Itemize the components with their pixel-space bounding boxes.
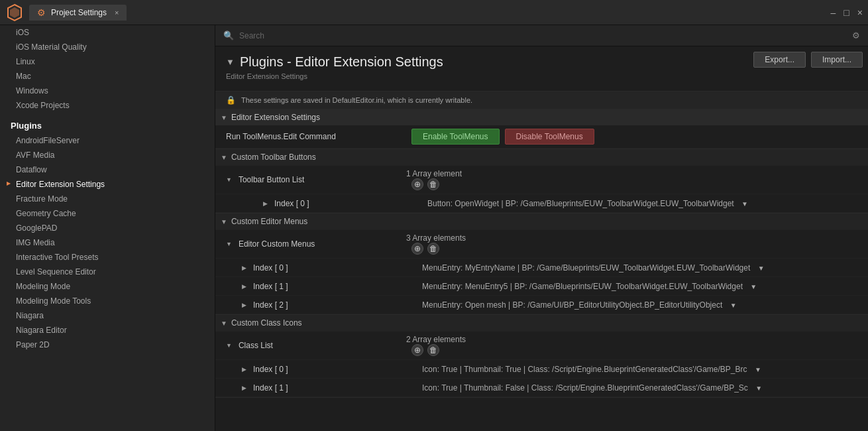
export-button[interactable]: Export... xyxy=(753,52,806,68)
editor-menus-delete-button[interactable]: 🗑 xyxy=(427,243,439,255)
search-icon: 🔍 xyxy=(223,31,234,40)
disable-toolmenus-button[interactable]: Disable ToolMenus xyxy=(505,129,594,145)
sidebar-item-modeling-mode-tools[interactable]: Modeling Mode Tools xyxy=(0,294,215,308)
enable-toolmenus-button[interactable]: Enable ToolMenus xyxy=(411,129,500,145)
class-list-index-0-row: ▶ Index [ 0 ] Icon: True | Thumbnail: Tr… xyxy=(215,360,868,379)
custom-toolbar-label: Custom Toolbar Buttons xyxy=(231,153,316,162)
sidebar-item-mac[interactable]: Mac xyxy=(0,69,215,84)
toolbar-add-button[interactable]: ⊕ xyxy=(411,178,423,190)
sidebar-item-niagara[interactable]: Niagara xyxy=(0,308,215,323)
sidebar-item-geometry-cache[interactable]: Geometry Cache xyxy=(0,206,215,221)
toolbar-index-0-dropdown-arrow[interactable]: ▼ xyxy=(741,200,748,208)
sidebar-item-fracture-mode[interactable]: Fracture Mode xyxy=(0,192,215,206)
sidebar-item-modeling-mode[interactable]: Modeling Mode xyxy=(0,279,215,294)
class-list-index-1-arrow[interactable]: ▶ xyxy=(242,385,246,391)
sidebar-item-level-sequence[interactable]: Level Sequence Editor xyxy=(0,265,215,279)
tab-close-button[interactable]: × xyxy=(115,9,119,17)
class-list-index-0-arrow[interactable]: ▶ xyxy=(242,366,246,373)
maximize-button[interactable]: □ xyxy=(843,7,849,18)
toolbar-list-expand-arrow[interactable]: ▼ xyxy=(226,176,232,183)
custom-toolbar-arrow: ▼ xyxy=(221,154,227,161)
class-list-row: ▼ Class List 2 Array elements ⊕ 🗑 xyxy=(215,332,868,360)
info-bar: 🔒 These settings are saved in DefaultEdi… xyxy=(215,92,868,109)
editor-menus-add-button[interactable]: ⊕ xyxy=(411,243,423,255)
editor-custom-menus-expand-arrow[interactable]: ▼ xyxy=(226,241,232,247)
lock-icon: 🔒 xyxy=(226,95,236,105)
class-list-label: ▼ Class List xyxy=(221,341,406,350)
sidebar-item-niagara-editor[interactable]: Niagara Editor xyxy=(0,323,215,338)
sidebar-item-img-media[interactable]: IMG Media xyxy=(0,235,215,250)
editor-menu-index-0-arrow[interactable]: ▶ xyxy=(242,265,246,271)
page-title-collapse-arrow[interactable]: ▼ xyxy=(226,57,235,67)
class-list-array-controls: ⊕ 🗑 xyxy=(411,344,863,356)
editor-menu-index-0-value: MenuEntry: MyEntryName | BP: /Game/Bluep… xyxy=(422,263,863,273)
sidebar-item-interactive-tool[interactable]: Interactive Tool Presets xyxy=(0,250,215,265)
main-layout: iOS iOS Material Quality Linux Mac Windo… xyxy=(0,25,868,431)
custom-editor-menus-header[interactable]: ▼ Custom Editor Menus xyxy=(215,214,868,230)
sidebar-item-windows[interactable]: Windows xyxy=(0,84,215,98)
editor-custom-menus-count: 3 Array elements ⊕ 🗑 xyxy=(406,233,863,255)
run-toolmenus-row: Run ToolMenus.Edit Command Enable ToolMe… xyxy=(215,125,868,149)
toolbar-index-0-value: Button: OpenWidget | BP: /Game/Blueprint… xyxy=(427,199,863,208)
editor-menu-index-0-label: ▶ Index [ 0 ] xyxy=(237,263,422,273)
sidebar-item-googlepad[interactable]: GooglePAD xyxy=(0,221,215,235)
export-import-row: Export... Import... xyxy=(753,52,863,68)
editor-extension-section-label: Editor Extension Settings xyxy=(231,113,320,122)
editor-menu-index-1-label: ▶ Index [ 1 ] xyxy=(237,282,422,291)
close-window-button[interactable]: × xyxy=(857,7,863,18)
editor-menu-index-2-row: ▶ Index [ 2 ] MenuEntry: Open mesh | BP:… xyxy=(215,296,868,314)
search-settings-icon[interactable]: ⚙ xyxy=(852,31,860,40)
tab-settings-icon: ⚙ xyxy=(37,7,46,18)
class-list-index-1-value: Icon: True | Thumbnail: False | Class: /… xyxy=(422,383,863,393)
minimize-button[interactable]: – xyxy=(831,7,836,18)
sidebar-item-editor-extension-settings[interactable]: Editor Extension Settings xyxy=(0,177,215,192)
editor-menu-index-0-row: ▶ Index [ 0 ] MenuEntry: MyEntryName | B… xyxy=(215,259,868,277)
custom-editor-menus-section: ▼ Custom Editor Menus ▼ Editor Custom Me… xyxy=(215,214,868,315)
custom-toolbar-header[interactable]: ▼ Custom Toolbar Buttons xyxy=(215,149,868,166)
sidebar-item-paper2d[interactable]: Paper 2D xyxy=(0,338,215,352)
class-list-index-0-value: Icon: True | Thumbnail: True | Class: /S… xyxy=(422,365,863,374)
svg-marker-1 xyxy=(10,7,19,18)
editor-menu-index-2-dropdown-arrow[interactable]: ▼ xyxy=(730,302,737,309)
editor-extension-section-header[interactable]: ▼ Editor Extension Settings xyxy=(215,109,868,125)
sidebar-item-linux[interactable]: Linux xyxy=(0,54,215,69)
sidebar-item-avf-media[interactable]: AVF Media xyxy=(0,148,215,162)
sidebar-item-ios[interactable]: iOS xyxy=(0,25,215,40)
info-text: These settings are saved in DefaultEdito… xyxy=(241,96,472,104)
editor-menu-index-2-value: MenuEntry: Open mesh | BP: /Game/UI/BP_E… xyxy=(422,300,863,310)
custom-class-icons-header[interactable]: ▼ Custom Class Icons xyxy=(215,315,868,332)
import-button[interactable]: Import... xyxy=(811,52,863,68)
toolbar-button-list-count: 1 Array element ⊕ 🗑 xyxy=(406,169,863,190)
toolbar-index-0-arrow[interactable]: ▶ xyxy=(263,200,268,207)
toolbar-array-controls: ⊕ 🗑 xyxy=(411,178,863,190)
sidebar-item-xcode[interactable]: Xcode Projects xyxy=(0,98,215,113)
editor-menu-index-0-dropdown-arrow[interactable]: ▼ xyxy=(758,265,765,272)
class-list-index-0-label: ▶ Index [ 0 ] xyxy=(237,365,422,374)
sidebar-item-dataflow[interactable]: Dataflow xyxy=(0,162,215,177)
class-list-index-1-dropdown-arrow[interactable]: ▼ xyxy=(755,385,762,392)
class-list-index-1-label: ▶ Index [ 1 ] xyxy=(237,383,422,393)
sidebar-item-androidfileserver[interactable]: AndroidFileServer xyxy=(0,133,215,148)
editor-menu-index-1-row: ▶ Index [ 1 ] MenuEntry: MenuEntry5 | BP… xyxy=(215,277,868,296)
app-logo xyxy=(5,3,24,22)
editor-menu-index-2-arrow[interactable]: ▶ xyxy=(242,302,246,308)
page-title: Plugins - Editor Extension Settings xyxy=(240,54,443,70)
editor-menu-index-1-dropdown-arrow[interactable]: ▼ xyxy=(750,283,757,290)
sidebar: iOS iOS Material Quality Linux Mac Windo… xyxy=(0,25,215,431)
custom-class-icons-label: Custom Class Icons xyxy=(231,318,302,328)
editor-extension-section: ▼ Editor Extension Settings Run ToolMenu… xyxy=(215,109,868,149)
toolbar-button-list-label: ▼ Toolbar Button List xyxy=(221,175,406,184)
page-subtitle: Editor Extension Settings xyxy=(226,72,709,80)
sidebar-item-ios-material[interactable]: iOS Material Quality xyxy=(0,40,215,54)
class-list-expand-arrow[interactable]: ▼ xyxy=(226,342,232,349)
class-list-delete-button[interactable]: 🗑 xyxy=(427,344,439,356)
editor-menu-index-1-arrow[interactable]: ▶ xyxy=(242,283,246,290)
content-area: 🔍 ⚙ ▼ Plugins - Editor Extension Setting… xyxy=(215,25,868,431)
project-settings-tab[interactable]: ⚙ Project Settings × xyxy=(29,5,127,21)
section-collapse-arrow: ▼ xyxy=(221,114,227,121)
class-list-index-0-dropdown-arrow[interactable]: ▼ xyxy=(755,366,761,373)
toolbar-delete-button[interactable]: 🗑 xyxy=(427,178,439,190)
class-list-add-button[interactable]: ⊕ xyxy=(411,344,423,356)
search-input[interactable] xyxy=(239,31,847,40)
toolbar-index-0-label: ▶ Index [ 0 ] xyxy=(242,199,427,208)
